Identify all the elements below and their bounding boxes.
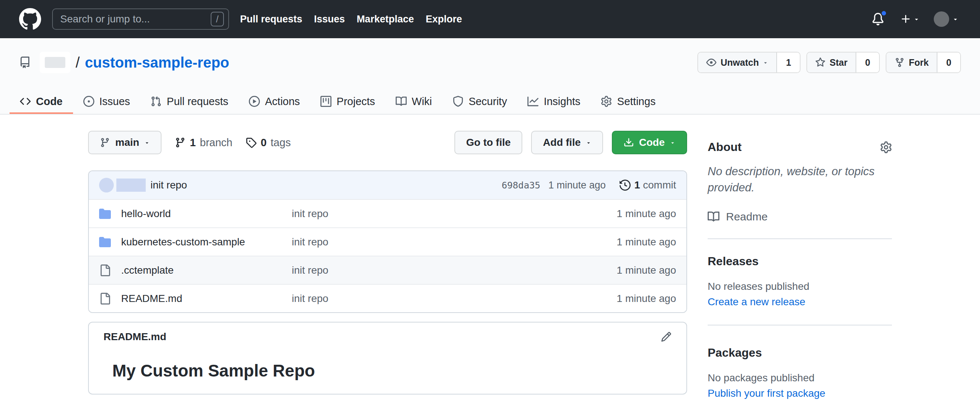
about-title: About: [708, 140, 741, 154]
gear-icon[interactable]: [880, 141, 892, 153]
star-button-group: Star 0: [807, 52, 880, 73]
file-name-link[interactable]: .cctemplate: [121, 265, 292, 276]
table-row[interactable]: kubernetes-custom-sample init repo 1 min…: [89, 227, 686, 256]
global-nav: Pull requests Issues Marketplace Explore: [240, 14, 462, 25]
code-panel: main 1 branch 0 tags Go to file Add file: [88, 131, 687, 407]
tab-insights[interactable]: Insights: [517, 90, 590, 114]
table-row[interactable]: README.md init repo 1 minute ago: [89, 284, 686, 312]
repo-social-actions: Unwatch 1 Star 0 Fork: [697, 52, 961, 73]
add-file-button[interactable]: Add file: [531, 131, 603, 154]
tab-actions[interactable]: Actions: [239, 90, 310, 114]
tab-security[interactable]: Security: [442, 90, 517, 114]
tab-pull-requests[interactable]: Pull requests: [140, 90, 239, 114]
file-updated-time: 1 minute ago: [617, 208, 676, 220]
file-name-link[interactable]: README.md: [121, 293, 292, 305]
file-commit-message[interactable]: init repo: [292, 208, 617, 220]
commit-hash-link[interactable]: 698da35: [502, 180, 540, 191]
pencil-icon[interactable]: [661, 331, 672, 342]
commit-author-redacted: [116, 179, 146, 192]
nav-marketplace[interactable]: Marketplace: [357, 14, 414, 25]
repo-name-link[interactable]: custom-sample-repo: [85, 54, 229, 71]
repo-header: / custom-sample-repo Unwatch 1 Star: [0, 38, 980, 115]
nav-pull-requests[interactable]: Pull requests: [240, 14, 302, 25]
branch-count: 1: [190, 137, 196, 149]
plus-icon: [900, 14, 912, 25]
watch-count[interactable]: 1: [777, 53, 800, 72]
file-name-link[interactable]: kubernetes-custom-sample: [121, 236, 292, 248]
tag-icon: [245, 137, 256, 148]
fork-button[interactable]: Fork: [886, 53, 937, 72]
unwatch-label: Unwatch: [721, 57, 759, 68]
go-to-file-button[interactable]: Go to file: [454, 131, 522, 154]
tab-issues[interactable]: Issues: [73, 90, 141, 114]
table-row[interactable]: .cctemplate init repo 1 minute ago: [89, 256, 686, 284]
file-updated-time: 1 minute ago: [617, 265, 676, 276]
commit-message-link[interactable]: init repo: [151, 179, 187, 191]
unread-notifications-dot: [881, 10, 887, 16]
about-section: About No description, website, or topics…: [708, 140, 892, 239]
chevron-down-icon: [586, 140, 591, 145]
file-commit-message[interactable]: init repo: [292, 265, 617, 276]
fork-count[interactable]: 0: [937, 53, 960, 72]
user-menu[interactable]: [934, 11, 959, 27]
search-box[interactable]: /: [52, 8, 229, 30]
readme-header: README.md: [89, 322, 686, 351]
create-release-link[interactable]: Create a new release: [708, 296, 805, 308]
avatar[interactable]: [934, 11, 949, 27]
readme-anchor-link[interactable]: Readme: [708, 211, 892, 223]
notifications-bell-icon[interactable]: [872, 13, 884, 26]
star-label: Star: [829, 57, 848, 68]
tab-settings[interactable]: Settings: [590, 90, 666, 114]
tab-code[interactable]: Code: [10, 90, 73, 114]
search-input[interactable]: [60, 13, 211, 25]
redaction-overlay: [45, 57, 65, 68]
file-commit-message[interactable]: init repo: [292, 236, 617, 248]
readme-body: My Custom Sample Repo: [89, 351, 686, 394]
branches-link[interactable]: 1 branch: [175, 137, 232, 149]
publish-package-link[interactable]: Publish your first package: [708, 388, 826, 399]
releases-section: Releases No releases published Create a …: [708, 239, 892, 326]
code-download-button[interactable]: Code: [612, 131, 687, 154]
tags-link[interactable]: 0 tags: [245, 137, 291, 149]
chevron-down-icon: [913, 16, 920, 22]
repo-icon: [19, 57, 31, 68]
git-branch-icon: [100, 137, 110, 148]
branch-selector-button[interactable]: main: [88, 131, 162, 154]
packages-empty-text: No packages published: [708, 372, 892, 384]
star-button[interactable]: Star: [807, 53, 856, 72]
fork-label: Fork: [909, 57, 929, 68]
tab-projects[interactable]: Projects: [310, 90, 385, 114]
sidebar: About No description, website, or topics…: [708, 131, 892, 407]
create-new-menu[interactable]: [900, 14, 920, 25]
nav-explore[interactable]: Explore: [426, 14, 462, 25]
star-count[interactable]: 0: [856, 53, 879, 72]
releases-title[interactable]: Releases: [708, 255, 759, 268]
table-row[interactable]: hello-world init repo 1 minute ago: [89, 199, 686, 227]
commit-author-avatar[interactable]: [99, 178, 114, 193]
unwatch-button[interactable]: Unwatch: [698, 53, 777, 72]
fork-icon: [894, 57, 905, 68]
nav-issues[interactable]: Issues: [314, 14, 345, 25]
commit-count[interactable]: 1: [634, 179, 640, 191]
readme-card: README.md My Custom Sample Repo: [88, 322, 687, 394]
file-commit-message[interactable]: init repo: [292, 293, 617, 305]
tag-count: 0: [261, 137, 266, 149]
current-branch-label: main: [115, 137, 139, 148]
play-icon: [249, 96, 260, 107]
commit-count-word[interactable]: commit: [643, 179, 676, 191]
tab-wiki[interactable]: Wiki: [385, 90, 442, 114]
commit-meta: 698da35 1 minute ago 1 commit: [502, 179, 676, 191]
download-icon: [624, 137, 634, 148]
github-logo-icon[interactable]: [19, 8, 41, 30]
file-name-link[interactable]: hello-world: [121, 208, 292, 220]
packages-title[interactable]: Packages: [708, 346, 762, 359]
history-icon: [620, 180, 631, 191]
chevron-down-icon: [952, 16, 959, 22]
commit-time: 1 minute ago: [548, 180, 606, 191]
repo-owner-redacted[interactable]: [40, 52, 70, 73]
releases-empty-text: No releases published: [708, 281, 892, 292]
book-icon: [708, 211, 719, 223]
slash-shortcut-key: /: [211, 12, 224, 26]
about-description: No description, website, or topics provi…: [708, 163, 892, 196]
breadcrumb: / custom-sample-repo Unwatch 1 Star: [0, 51, 980, 73]
